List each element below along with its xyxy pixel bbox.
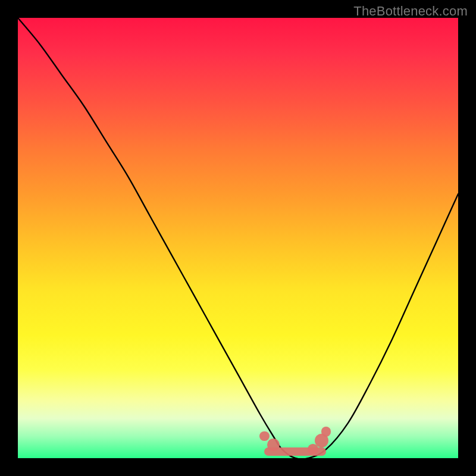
plot-area (18, 18, 458, 458)
chart-frame: TheBottleneck.com (0, 0, 476, 476)
attribution-text: TheBottleneck.com (353, 4, 468, 19)
bottleneck-curve (18, 18, 458, 458)
